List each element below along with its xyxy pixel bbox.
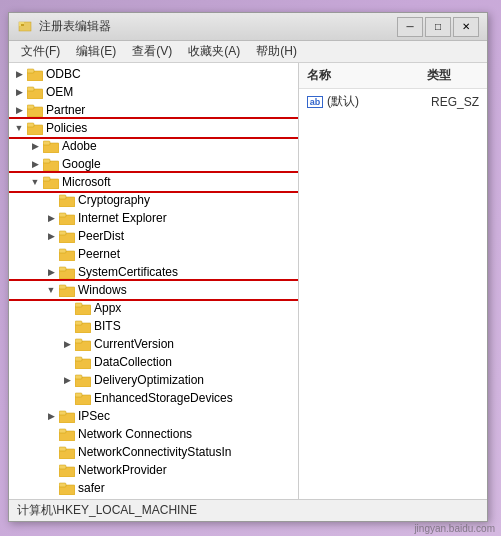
tree-item-appx[interactable]: Appx — [9, 299, 298, 317]
expand-ie[interactable]: ▶ — [45, 212, 57, 224]
details-panel: 名称 类型 ab (默认) REG_SZ — [299, 63, 487, 499]
expand-ipsec[interactable]: ▶ — [45, 410, 57, 422]
registry-editor-window: 注册表编辑器 ─ □ ✕ 文件(F) 编辑(E) 查看(V) 收藏夹(A) 帮助… — [8, 12, 488, 522]
tree-item-windows[interactable]: ▼ Windows — [9, 281, 298, 299]
app-icon — [17, 19, 33, 35]
expand-peerdist[interactable]: ▶ — [45, 230, 57, 242]
folder-icon-google — [43, 158, 59, 171]
tree-item-policies[interactable]: ▼ Policies — [9, 119, 298, 137]
tree-item-netconnstatus[interactable]: NetworkConnectivityStatusIn — [9, 443, 298, 461]
tree-item-partner[interactable]: ▶ Partner — [9, 101, 298, 119]
folder-icon-networkconnections — [59, 428, 75, 441]
menu-help[interactable]: 帮助(H) — [248, 41, 305, 62]
tree-label-adobe: Adobe — [62, 139, 97, 153]
svg-rect-4 — [27, 69, 34, 73]
folder-icon-cryptography — [59, 194, 75, 207]
tree-panel[interactable]: ▶ ODBC ▶ OEM ▶ — [9, 63, 299, 499]
svg-rect-50 — [59, 483, 66, 487]
tree-label-microsoft: Microsoft — [62, 175, 111, 189]
folder-icon-peernet — [59, 248, 75, 261]
tree-item-google[interactable]: ▶ Google — [9, 155, 298, 173]
expand-partner[interactable]: ▶ — [13, 104, 25, 116]
tree-label-appx: Appx — [94, 301, 121, 315]
svg-rect-6 — [27, 87, 34, 91]
tree-item-cryptography[interactable]: Cryptography — [9, 191, 298, 209]
tree-item-peerdist[interactable]: ▶ PeerDist — [9, 227, 298, 245]
policies-container: ▼ Policies — [9, 119, 298, 137]
expand-policies[interactable]: ▼ — [13, 122, 25, 134]
menu-bar: 文件(F) 编辑(E) 查看(V) 收藏夹(A) 帮助(H) — [9, 41, 487, 63]
svg-rect-8 — [27, 105, 34, 109]
maximize-button[interactable]: □ — [425, 17, 451, 37]
tree-item-deliveryoptimization[interactable]: ▶ DeliveryOptimization — [9, 371, 298, 389]
title-bar: 注册表编辑器 ─ □ ✕ — [9, 13, 487, 41]
tree-item-enhancedstorage[interactable]: EnhancedStorageDevices — [9, 389, 298, 407]
menu-file[interactable]: 文件(F) — [13, 41, 68, 62]
folder-icon-networkprovider — [59, 464, 75, 477]
window-title: 注册表编辑器 — [39, 18, 111, 35]
tree-item-networkconnections[interactable]: Network Connections — [9, 425, 298, 443]
tree-item-safer[interactable]: safer — [9, 479, 298, 497]
tree-item-oem[interactable]: ▶ OEM — [9, 83, 298, 101]
tree-item-datacollection[interactable]: DataCollection — [9, 353, 298, 371]
svg-rect-16 — [43, 177, 50, 181]
svg-rect-28 — [59, 285, 66, 289]
folder-icon-ipsec — [59, 410, 75, 423]
folder-icon-microsoft — [43, 176, 59, 189]
svg-rect-48 — [59, 465, 66, 469]
svg-rect-36 — [75, 357, 82, 361]
tree-item-adobe[interactable]: ▶ Adobe — [9, 137, 298, 155]
menu-edit[interactable]: 编辑(E) — [68, 41, 124, 62]
details-header: 名称 类型 — [299, 63, 487, 89]
tree-item-peernet[interactable]: Peernet — [9, 245, 298, 263]
folder-icon-currentversion — [75, 338, 91, 351]
status-bar: 计算机\HKEY_LOCAL_MACHINE — [9, 499, 487, 521]
close-button[interactable]: ✕ — [453, 17, 479, 37]
tree-item-ie[interactable]: ▶ Internet Explorer — [9, 209, 298, 227]
svg-rect-32 — [75, 321, 82, 325]
tree-item-syscert[interactable]: ▶ SystemCertificates — [9, 263, 298, 281]
tree-label-networkconnections: Network Connections — [78, 427, 192, 441]
menu-view[interactable]: 查看(V) — [124, 41, 180, 62]
tree-item-bits[interactable]: BITS — [9, 317, 298, 335]
watermark: jingyan.baidu.com — [414, 523, 495, 534]
expand-currentversion[interactable]: ▶ — [61, 338, 73, 350]
tree-item-ipsec[interactable]: ▶ IPSec — [9, 407, 298, 425]
tree-item-odbc[interactable]: ▶ ODBC — [9, 65, 298, 83]
expand-adobe[interactable]: ▶ — [29, 140, 41, 152]
tree-label-cryptography: Cryptography — [78, 193, 150, 207]
tree-label-netconnstatus: NetworkConnectivityStatusIn — [78, 445, 231, 459]
tree-label-bits: BITS — [94, 319, 121, 333]
expand-windows[interactable]: ▼ — [45, 284, 57, 296]
folder-icon-peerdist — [59, 230, 75, 243]
svg-rect-10 — [27, 123, 34, 127]
svg-rect-46 — [59, 447, 66, 451]
tree-item-microsoft[interactable]: ▼ Microsoft — [9, 173, 298, 191]
expand-microsoft[interactable]: ▼ — [29, 176, 41, 188]
folder-icon-ie — [59, 212, 75, 225]
folder-icon-windows — [59, 284, 75, 297]
folder-icon-netconnstatus — [59, 446, 75, 459]
folder-icon-odbc — [27, 68, 43, 81]
details-col-name-header: 名称 — [307, 67, 427, 84]
folder-icon-datacollection — [75, 356, 91, 369]
status-text: 计算机\HKEY_LOCAL_MACHINE — [17, 502, 197, 519]
tree-inner: ▶ ODBC ▶ OEM ▶ — [9, 63, 298, 499]
minimize-button[interactable]: ─ — [397, 17, 423, 37]
tree-label-currentversion: CurrentVersion — [94, 337, 174, 351]
details-col-type-header: 类型 — [427, 67, 451, 84]
tree-item-currentversion[interactable]: ▶ CurrentVersion — [9, 335, 298, 353]
tree-label-policies: Policies — [46, 121, 87, 135]
details-row-default[interactable]: ab (默认) REG_SZ — [299, 89, 487, 114]
tree-item-networkprovider[interactable]: NetworkProvider — [9, 461, 298, 479]
menu-favorites[interactable]: 收藏夹(A) — [180, 41, 248, 62]
expand-deliveryoptimization[interactable]: ▶ — [61, 374, 73, 386]
svg-rect-38 — [75, 375, 82, 379]
svg-rect-12 — [43, 141, 50, 145]
expand-odbc[interactable]: ▶ — [13, 68, 25, 80]
expand-google[interactable]: ▶ — [29, 158, 41, 170]
folder-icon-safer — [59, 482, 75, 495]
expand-oem[interactable]: ▶ — [13, 86, 25, 98]
expand-syscert[interactable]: ▶ — [45, 266, 57, 278]
svg-rect-40 — [75, 393, 82, 397]
